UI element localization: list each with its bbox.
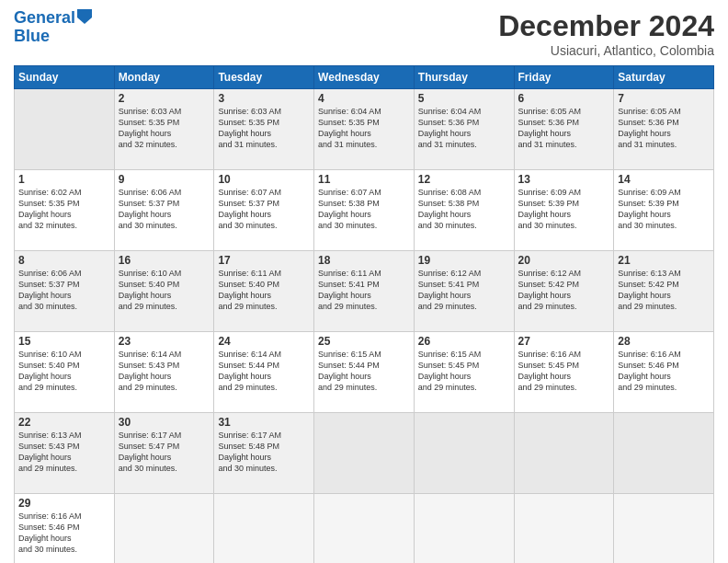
day-number: 30 bbox=[119, 416, 210, 429]
table-row bbox=[15, 89, 115, 170]
table-row bbox=[314, 494, 415, 564]
day-number: 13 bbox=[518, 173, 610, 186]
table-row: 9Sunrise: 6:06 AMSunset: 5:37 PMDaylight… bbox=[114, 170, 214, 251]
day-number: 21 bbox=[618, 254, 710, 267]
day-number: 12 bbox=[418, 173, 510, 186]
day-info: Sunrise: 6:15 AMSunset: 5:45 PMDaylight … bbox=[418, 349, 510, 394]
day-info: Sunrise: 6:04 AMSunset: 5:36 PMDaylight … bbox=[418, 106, 510, 151]
table-row: 18Sunrise: 6:11 AMSunset: 5:41 PMDayligh… bbox=[314, 251, 415, 332]
day-info: Sunrise: 6:07 AMSunset: 5:37 PMDaylight … bbox=[218, 187, 310, 232]
table-row: 25Sunrise: 6:15 AMSunset: 5:44 PMDayligh… bbox=[314, 332, 415, 413]
day-number: 29 bbox=[18, 497, 110, 510]
day-info: Sunrise: 6:03 AMSunset: 5:35 PMDaylight … bbox=[119, 106, 210, 151]
table-row: 4Sunrise: 6:04 AMSunset: 5:35 PMDaylight… bbox=[314, 89, 415, 170]
table-row: 8Sunrise: 6:06 AMSunset: 5:37 PMDaylight… bbox=[15, 251, 115, 332]
col-wednesday: Wednesday bbox=[314, 66, 415, 89]
day-info: Sunrise: 6:11 AMSunset: 5:41 PMDaylight … bbox=[318, 268, 410, 313]
day-info: Sunrise: 6:13 AMSunset: 5:42 PMDaylight … bbox=[618, 268, 710, 313]
header-row: Sunday Monday Tuesday Wednesday Thursday… bbox=[15, 66, 714, 89]
day-info: Sunrise: 6:04 AMSunset: 5:35 PMDaylight … bbox=[318, 106, 410, 151]
table-row: 30Sunrise: 6:17 AMSunset: 5:47 PMDayligh… bbox=[114, 413, 214, 494]
col-tuesday: Tuesday bbox=[214, 66, 314, 89]
day-info: Sunrise: 6:11 AMSunset: 5:40 PMDaylight … bbox=[218, 268, 310, 313]
day-number: 18 bbox=[318, 254, 410, 267]
day-info: Sunrise: 6:07 AMSunset: 5:38 PMDaylight … bbox=[318, 187, 410, 232]
day-info: Sunrise: 6:14 AMSunset: 5:43 PMDaylight … bbox=[119, 349, 210, 394]
day-number: 3 bbox=[218, 92, 310, 105]
day-number: 15 bbox=[18, 335, 110, 348]
day-number: 2 bbox=[119, 92, 210, 105]
col-sunday: Sunday bbox=[15, 66, 115, 89]
table-row: 17Sunrise: 6:11 AMSunset: 5:40 PMDayligh… bbox=[214, 251, 314, 332]
day-number: 11 bbox=[318, 173, 410, 186]
col-thursday: Thursday bbox=[414, 66, 514, 89]
day-info: Sunrise: 6:08 AMSunset: 5:38 PMDaylight … bbox=[418, 187, 510, 232]
day-number: 27 bbox=[518, 335, 610, 348]
day-info: Sunrise: 6:12 AMSunset: 5:42 PMDaylight … bbox=[518, 268, 610, 313]
table-row: 22Sunrise: 6:13 AMSunset: 5:43 PMDayligh… bbox=[15, 413, 115, 494]
day-info: Sunrise: 6:05 AMSunset: 5:36 PMDaylight … bbox=[618, 106, 710, 151]
day-info: Sunrise: 6:13 AMSunset: 5:43 PMDaylight … bbox=[18, 430, 110, 475]
day-number: 5 bbox=[418, 92, 510, 105]
table-row: 6Sunrise: 6:05 AMSunset: 5:36 PMDaylight… bbox=[514, 89, 614, 170]
table-row: 29Sunrise: 6:16 AMSunset: 5:46 PMDayligh… bbox=[15, 494, 115, 564]
day-number: 7 bbox=[618, 92, 710, 105]
day-info: Sunrise: 6:16 AMSunset: 5:46 PMDaylight … bbox=[618, 349, 710, 394]
day-info: Sunrise: 6:16 AMSunset: 5:45 PMDaylight … bbox=[518, 349, 610, 394]
table-row: 7Sunrise: 6:05 AMSunset: 5:36 PMDaylight… bbox=[614, 89, 714, 170]
table-row bbox=[614, 494, 714, 564]
day-info: Sunrise: 6:16 AMSunset: 5:46 PMDaylight … bbox=[18, 511, 110, 556]
day-number: 1 bbox=[18, 173, 110, 186]
table-row: 16Sunrise: 6:10 AMSunset: 5:40 PMDayligh… bbox=[114, 251, 214, 332]
page: General Blue December 2024 Usiacuri, Atl… bbox=[0, 0, 728, 563]
table-row bbox=[414, 494, 514, 564]
table-row: 19Sunrise: 6:12 AMSunset: 5:41 PMDayligh… bbox=[414, 251, 514, 332]
table-row: 10Sunrise: 6:07 AMSunset: 5:37 PMDayligh… bbox=[214, 170, 314, 251]
day-number: 10 bbox=[218, 173, 310, 186]
title-section: December 2024 Usiacuri, Atlantico, Colom… bbox=[498, 9, 714, 58]
day-info: Sunrise: 6:03 AMSunset: 5:35 PMDaylight … bbox=[218, 106, 310, 151]
day-info: Sunrise: 6:09 AMSunset: 5:39 PMDaylight … bbox=[518, 187, 610, 232]
day-number: 9 bbox=[119, 173, 210, 186]
day-number: 16 bbox=[119, 254, 210, 267]
day-number: 31 bbox=[218, 416, 310, 429]
day-number: 19 bbox=[418, 254, 510, 267]
day-number: 20 bbox=[518, 254, 610, 267]
table-row bbox=[114, 494, 214, 564]
day-number: 25 bbox=[318, 335, 410, 348]
col-monday: Monday bbox=[114, 66, 214, 89]
day-info: Sunrise: 6:17 AMSunset: 5:47 PMDaylight … bbox=[119, 430, 210, 475]
table-row: 11Sunrise: 6:07 AMSunset: 5:38 PMDayligh… bbox=[314, 170, 415, 251]
table-row bbox=[214, 494, 314, 564]
day-info: Sunrise: 6:10 AMSunset: 5:40 PMDaylight … bbox=[119, 268, 210, 313]
table-row bbox=[514, 494, 614, 564]
svg-marker-0 bbox=[77, 9, 92, 24]
table-row bbox=[414, 413, 514, 494]
table-row: 21Sunrise: 6:13 AMSunset: 5:42 PMDayligh… bbox=[614, 251, 714, 332]
day-number: 8 bbox=[18, 254, 110, 267]
table-row: 5Sunrise: 6:04 AMSunset: 5:36 PMDaylight… bbox=[414, 89, 514, 170]
day-info: Sunrise: 6:05 AMSunset: 5:36 PMDaylight … bbox=[518, 106, 610, 151]
table-row: 28Sunrise: 6:16 AMSunset: 5:46 PMDayligh… bbox=[614, 332, 714, 413]
day-info: Sunrise: 6:10 AMSunset: 5:40 PMDaylight … bbox=[18, 349, 110, 394]
day-info: Sunrise: 6:06 AMSunset: 5:37 PMDaylight … bbox=[18, 268, 110, 313]
table-row: 3Sunrise: 6:03 AMSunset: 5:35 PMDaylight… bbox=[214, 89, 314, 170]
day-number: 6 bbox=[518, 92, 610, 105]
day-info: Sunrise: 6:14 AMSunset: 5:44 PMDaylight … bbox=[218, 349, 310, 394]
day-info: Sunrise: 6:06 AMSunset: 5:37 PMDaylight … bbox=[119, 187, 210, 232]
logo: General Blue bbox=[14, 9, 92, 46]
day-number: 22 bbox=[18, 416, 110, 429]
table-row bbox=[314, 413, 415, 494]
day-number: 14 bbox=[618, 173, 710, 186]
day-info: Sunrise: 6:17 AMSunset: 5:48 PMDaylight … bbox=[218, 430, 310, 475]
day-number: 26 bbox=[418, 335, 510, 348]
calendar-table: Sunday Monday Tuesday Wednesday Thursday… bbox=[14, 65, 714, 563]
table-row: 27Sunrise: 6:16 AMSunset: 5:45 PMDayligh… bbox=[514, 332, 614, 413]
day-number: 23 bbox=[119, 335, 210, 348]
table-row: 20Sunrise: 6:12 AMSunset: 5:42 PMDayligh… bbox=[514, 251, 614, 332]
table-row: 23Sunrise: 6:14 AMSunset: 5:43 PMDayligh… bbox=[114, 332, 214, 413]
col-friday: Friday bbox=[514, 66, 614, 89]
day-number: 24 bbox=[218, 335, 310, 348]
table-row: 1Sunrise: 6:02 AMSunset: 5:35 PMDaylight… bbox=[15, 170, 115, 251]
table-row: 15Sunrise: 6:10 AMSunset: 5:40 PMDayligh… bbox=[15, 332, 115, 413]
